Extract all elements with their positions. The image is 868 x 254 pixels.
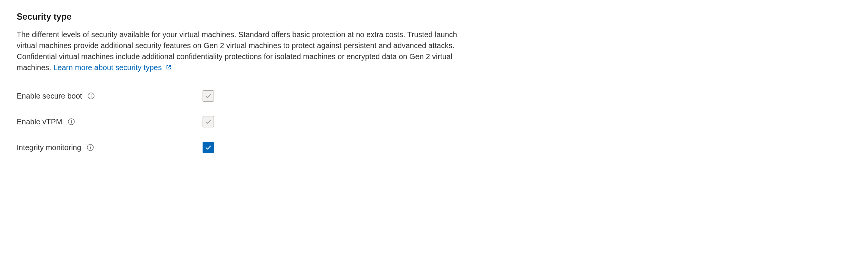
secure-boot-label: Enable secure boot <box>17 91 82 102</box>
svg-rect-8 <box>90 147 91 149</box>
info-icon[interactable] <box>86 144 94 151</box>
info-icon[interactable] <box>68 118 75 125</box>
svg-point-1 <box>91 94 91 95</box>
svg-point-4 <box>71 120 72 121</box>
section-description: The different levels of security availab… <box>17 29 472 74</box>
secure-boot-checkbox[interactable] <box>203 90 214 102</box>
field-row-vtpm: Enable vTPM <box>17 116 851 127</box>
section-heading: Security type <box>17 11 851 23</box>
learn-more-link[interactable]: Learn more about security types <box>53 63 172 72</box>
svg-rect-5 <box>71 121 72 124</box>
external-link-icon <box>165 63 172 74</box>
integrity-checkbox[interactable] <box>203 142 214 153</box>
integrity-label: Integrity monitoring <box>17 142 81 153</box>
field-label-wrap: Enable secure boot <box>17 91 203 102</box>
field-row-integrity: Integrity monitoring <box>17 142 851 153</box>
learn-more-text: Learn more about security types <box>53 63 162 72</box>
field-label-wrap: Integrity monitoring <box>17 142 203 153</box>
vtpm-label: Enable vTPM <box>17 116 62 127</box>
svg-point-7 <box>90 146 91 147</box>
field-row-secure-boot: Enable secure boot <box>17 90 851 102</box>
field-label-wrap: Enable vTPM <box>17 116 203 127</box>
vtpm-checkbox[interactable] <box>203 116 214 127</box>
info-icon[interactable] <box>87 92 95 100</box>
svg-rect-2 <box>91 96 91 98</box>
